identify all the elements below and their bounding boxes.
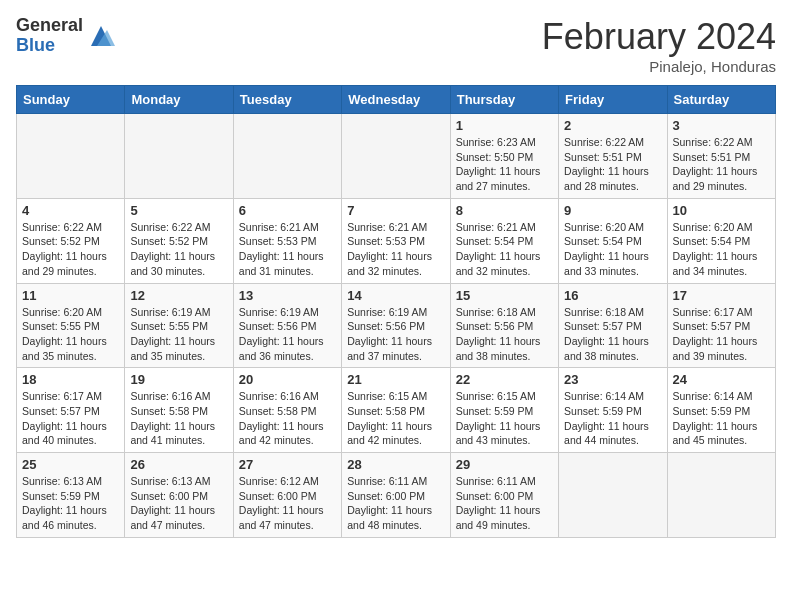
day-info: Sunrise: 6:17 AMSunset: 5:57 PMDaylight:… bbox=[22, 389, 119, 448]
weekday-header-sunday: Sunday bbox=[17, 86, 125, 114]
day-info: Sunrise: 6:21 AMSunset: 5:53 PMDaylight:… bbox=[239, 220, 336, 279]
day-info: Sunrise: 6:14 AMSunset: 5:59 PMDaylight:… bbox=[564, 389, 661, 448]
day-info: Sunrise: 6:11 AMSunset: 6:00 PMDaylight:… bbox=[456, 474, 553, 533]
day-number: 22 bbox=[456, 372, 553, 387]
calendar-cell: 2Sunrise: 6:22 AMSunset: 5:51 PMDaylight… bbox=[559, 114, 667, 199]
calendar-cell: 12Sunrise: 6:19 AMSunset: 5:55 PMDayligh… bbox=[125, 283, 233, 368]
day-info: Sunrise: 6:19 AMSunset: 5:55 PMDaylight:… bbox=[130, 305, 227, 364]
calendar-week-row: 4Sunrise: 6:22 AMSunset: 5:52 PMDaylight… bbox=[17, 198, 776, 283]
day-info: Sunrise: 6:23 AMSunset: 5:50 PMDaylight:… bbox=[456, 135, 553, 194]
day-info: Sunrise: 6:22 AMSunset: 5:51 PMDaylight:… bbox=[673, 135, 770, 194]
page-header: General Blue February 2024 Pinalejo, Hon… bbox=[16, 16, 776, 75]
logo-text: General Blue bbox=[16, 16, 83, 56]
calendar-cell: 28Sunrise: 6:11 AMSunset: 6:00 PMDayligh… bbox=[342, 453, 450, 538]
calendar-cell: 11Sunrise: 6:20 AMSunset: 5:55 PMDayligh… bbox=[17, 283, 125, 368]
calendar-week-row: 11Sunrise: 6:20 AMSunset: 5:55 PMDayligh… bbox=[17, 283, 776, 368]
day-number: 25 bbox=[22, 457, 119, 472]
calendar-cell: 25Sunrise: 6:13 AMSunset: 5:59 PMDayligh… bbox=[17, 453, 125, 538]
day-info: Sunrise: 6:20 AMSunset: 5:55 PMDaylight:… bbox=[22, 305, 119, 364]
day-info: Sunrise: 6:12 AMSunset: 6:00 PMDaylight:… bbox=[239, 474, 336, 533]
calendar-cell: 4Sunrise: 6:22 AMSunset: 5:52 PMDaylight… bbox=[17, 198, 125, 283]
day-number: 2 bbox=[564, 118, 661, 133]
calendar-body: 1Sunrise: 6:23 AMSunset: 5:50 PMDaylight… bbox=[17, 114, 776, 538]
weekday-header-monday: Monday bbox=[125, 86, 233, 114]
day-info: Sunrise: 6:21 AMSunset: 5:54 PMDaylight:… bbox=[456, 220, 553, 279]
weekday-header-tuesday: Tuesday bbox=[233, 86, 341, 114]
calendar-cell: 1Sunrise: 6:23 AMSunset: 5:50 PMDaylight… bbox=[450, 114, 558, 199]
calendar-week-row: 18Sunrise: 6:17 AMSunset: 5:57 PMDayligh… bbox=[17, 368, 776, 453]
calendar-cell bbox=[17, 114, 125, 199]
day-number: 8 bbox=[456, 203, 553, 218]
day-info: Sunrise: 6:22 AMSunset: 5:52 PMDaylight:… bbox=[22, 220, 119, 279]
calendar-cell: 18Sunrise: 6:17 AMSunset: 5:57 PMDayligh… bbox=[17, 368, 125, 453]
day-number: 15 bbox=[456, 288, 553, 303]
calendar-cell: 16Sunrise: 6:18 AMSunset: 5:57 PMDayligh… bbox=[559, 283, 667, 368]
calendar-cell: 24Sunrise: 6:14 AMSunset: 5:59 PMDayligh… bbox=[667, 368, 775, 453]
day-number: 11 bbox=[22, 288, 119, 303]
weekday-header-row: SundayMondayTuesdayWednesdayThursdayFrid… bbox=[17, 86, 776, 114]
day-info: Sunrise: 6:13 AMSunset: 5:59 PMDaylight:… bbox=[22, 474, 119, 533]
day-number: 10 bbox=[673, 203, 770, 218]
day-info: Sunrise: 6:16 AMSunset: 5:58 PMDaylight:… bbox=[239, 389, 336, 448]
day-info: Sunrise: 6:19 AMSunset: 5:56 PMDaylight:… bbox=[347, 305, 444, 364]
calendar-cell: 7Sunrise: 6:21 AMSunset: 5:53 PMDaylight… bbox=[342, 198, 450, 283]
calendar-cell: 17Sunrise: 6:17 AMSunset: 5:57 PMDayligh… bbox=[667, 283, 775, 368]
day-info: Sunrise: 6:21 AMSunset: 5:53 PMDaylight:… bbox=[347, 220, 444, 279]
day-number: 24 bbox=[673, 372, 770, 387]
weekday-header-friday: Friday bbox=[559, 86, 667, 114]
calendar-cell: 15Sunrise: 6:18 AMSunset: 5:56 PMDayligh… bbox=[450, 283, 558, 368]
calendar-cell: 23Sunrise: 6:14 AMSunset: 5:59 PMDayligh… bbox=[559, 368, 667, 453]
day-number: 23 bbox=[564, 372, 661, 387]
day-number: 5 bbox=[130, 203, 227, 218]
weekday-header-wednesday: Wednesday bbox=[342, 86, 450, 114]
day-number: 27 bbox=[239, 457, 336, 472]
day-number: 12 bbox=[130, 288, 227, 303]
calendar-cell: 9Sunrise: 6:20 AMSunset: 5:54 PMDaylight… bbox=[559, 198, 667, 283]
calendar-cell: 29Sunrise: 6:11 AMSunset: 6:00 PMDayligh… bbox=[450, 453, 558, 538]
day-info: Sunrise: 6:13 AMSunset: 6:00 PMDaylight:… bbox=[130, 474, 227, 533]
day-info: Sunrise: 6:15 AMSunset: 5:59 PMDaylight:… bbox=[456, 389, 553, 448]
day-info: Sunrise: 6:14 AMSunset: 5:59 PMDaylight:… bbox=[673, 389, 770, 448]
location-subtitle: Pinalejo, Honduras bbox=[542, 58, 776, 75]
day-number: 13 bbox=[239, 288, 336, 303]
day-number: 16 bbox=[564, 288, 661, 303]
day-info: Sunrise: 6:22 AMSunset: 5:52 PMDaylight:… bbox=[130, 220, 227, 279]
calendar-cell: 19Sunrise: 6:16 AMSunset: 5:58 PMDayligh… bbox=[125, 368, 233, 453]
logo: General Blue bbox=[16, 16, 115, 56]
day-number: 28 bbox=[347, 457, 444, 472]
calendar-week-row: 1Sunrise: 6:23 AMSunset: 5:50 PMDaylight… bbox=[17, 114, 776, 199]
month-title: February 2024 bbox=[542, 16, 776, 58]
logo-general: General bbox=[16, 16, 83, 36]
day-number: 7 bbox=[347, 203, 444, 218]
day-number: 18 bbox=[22, 372, 119, 387]
calendar-header: SundayMondayTuesdayWednesdayThursdayFrid… bbox=[17, 86, 776, 114]
calendar-cell bbox=[125, 114, 233, 199]
title-block: February 2024 Pinalejo, Honduras bbox=[542, 16, 776, 75]
day-number: 19 bbox=[130, 372, 227, 387]
weekday-header-saturday: Saturday bbox=[667, 86, 775, 114]
calendar-table: SundayMondayTuesdayWednesdayThursdayFrid… bbox=[16, 85, 776, 538]
weekday-header-thursday: Thursday bbox=[450, 86, 558, 114]
calendar-cell: 21Sunrise: 6:15 AMSunset: 5:58 PMDayligh… bbox=[342, 368, 450, 453]
calendar-cell: 10Sunrise: 6:20 AMSunset: 5:54 PMDayligh… bbox=[667, 198, 775, 283]
calendar-cell bbox=[667, 453, 775, 538]
day-number: 14 bbox=[347, 288, 444, 303]
day-info: Sunrise: 6:15 AMSunset: 5:58 PMDaylight:… bbox=[347, 389, 444, 448]
day-info: Sunrise: 6:11 AMSunset: 6:00 PMDaylight:… bbox=[347, 474, 444, 533]
day-number: 3 bbox=[673, 118, 770, 133]
calendar-cell: 20Sunrise: 6:16 AMSunset: 5:58 PMDayligh… bbox=[233, 368, 341, 453]
day-info: Sunrise: 6:20 AMSunset: 5:54 PMDaylight:… bbox=[564, 220, 661, 279]
day-info: Sunrise: 6:22 AMSunset: 5:51 PMDaylight:… bbox=[564, 135, 661, 194]
calendar-week-row: 25Sunrise: 6:13 AMSunset: 5:59 PMDayligh… bbox=[17, 453, 776, 538]
day-number: 21 bbox=[347, 372, 444, 387]
calendar-cell: 6Sunrise: 6:21 AMSunset: 5:53 PMDaylight… bbox=[233, 198, 341, 283]
day-info: Sunrise: 6:18 AMSunset: 5:56 PMDaylight:… bbox=[456, 305, 553, 364]
day-number: 6 bbox=[239, 203, 336, 218]
calendar-cell bbox=[559, 453, 667, 538]
calendar-cell: 8Sunrise: 6:21 AMSunset: 5:54 PMDaylight… bbox=[450, 198, 558, 283]
day-info: Sunrise: 6:16 AMSunset: 5:58 PMDaylight:… bbox=[130, 389, 227, 448]
calendar-cell: 27Sunrise: 6:12 AMSunset: 6:00 PMDayligh… bbox=[233, 453, 341, 538]
day-number: 9 bbox=[564, 203, 661, 218]
day-number: 29 bbox=[456, 457, 553, 472]
day-number: 4 bbox=[22, 203, 119, 218]
